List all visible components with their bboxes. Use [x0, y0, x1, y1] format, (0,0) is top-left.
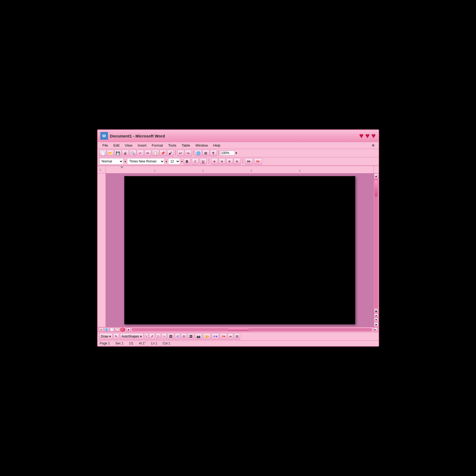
main-row: · · · · · · · · · · · · · [98, 173, 379, 327]
menu-tools[interactable]: Tools [166, 143, 179, 148]
reading-view-button[interactable] [120, 328, 125, 332]
title-bar: W Document1 - Microsoft Word ♥ ♥ ♥ [98, 130, 379, 142]
fill-color-button[interactable]: ◨▾ [203, 333, 211, 340]
paste-button[interactable]: 📌 [159, 150, 166, 156]
format-separator [209, 159, 209, 164]
diagram-button[interactable]: ⊙ [181, 333, 187, 340]
font-select[interactable]: Times New Roman [127, 158, 165, 165]
print-view-button[interactable]: 📄 [110, 328, 114, 332]
web-view-button[interactable]: 🌐 [104, 328, 109, 332]
menu-edit[interactable]: Edit [111, 143, 122, 148]
menu-file[interactable]: File [100, 143, 111, 148]
align-right-button[interactable]: ≡ [226, 158, 233, 165]
font-color-button[interactable]: A▾ [254, 158, 262, 165]
ruler-v-mark: · [101, 201, 102, 204]
ruler-v-mark: · [101, 217, 102, 220]
dash-style-button[interactable]: ⊟ [234, 333, 240, 340]
vertical-scrollbar: ▲ ◉ ▲ ▼ ▼ [374, 173, 379, 327]
save-button[interactable]: 💾 [114, 150, 121, 156]
copy-button[interactable]: 📋 [152, 150, 159, 156]
insert-image-button[interactable]: 📷 [195, 333, 202, 340]
rectangle-button[interactable]: □ [156, 333, 161, 340]
format-painter-button[interactable]: 🖌 [167, 150, 174, 156]
show-hide-button[interactable]: ¶ [210, 150, 217, 156]
align-center-button[interactable]: ≡ [219, 158, 226, 165]
open-button[interactable]: 📂 [107, 150, 114, 156]
highlight-color-button[interactable]: A▾ [245, 158, 253, 165]
ruler-mark-4: 4 [299, 169, 300, 172]
underline-button[interactable]: U [200, 158, 207, 165]
oval-button[interactable]: ○ [162, 333, 167, 340]
ruler-v-mark: · [101, 250, 102, 252]
normal-view-button[interactable]: ≡ [99, 328, 104, 332]
line-style-button[interactable]: ═ [228, 333, 233, 340]
title-bar-right: ♥ ♥ ♥ [359, 132, 376, 140]
font-color-draw-button[interactable]: A▾ [220, 333, 227, 340]
new-button[interactable]: 📄 [99, 150, 106, 156]
font-dropdown-icon[interactable]: ▾ [166, 160, 167, 163]
outline-view-button[interactable]: 📋 [115, 328, 120, 332]
word-window: W Document1 - Microsoft Word ♥ ♥ ♥ File … [97, 129, 379, 347]
zoom-value[interactable]: 100% [220, 151, 235, 155]
pointer-button[interactable]: ↖ [113, 333, 119, 340]
redo-button[interactable]: ↪ [185, 150, 192, 156]
standard-toolbar: 📄 📂 💾 🖨 🔍 ✓ ✂ 📋 📌 🖌 ↩ ↪ 🌐 ⊞ ¶ 100% ▾ [98, 149, 379, 157]
insert-picture-button[interactable]: 🖼 [168, 333, 174, 340]
undo-button[interactable]: ↩ [177, 150, 184, 156]
hscroll-track[interactable] [132, 328, 372, 331]
status-page: Page 1 [100, 341, 115, 345]
size-dropdown-icon[interactable]: ▾ [181, 160, 183, 163]
print-button[interactable]: 🖨 [122, 150, 129, 156]
menu-help[interactable]: Help [210, 143, 223, 148]
style-select[interactable]: Normal [99, 158, 123, 165]
hscroll-right-button[interactable]: ► [373, 328, 377, 332]
scroll-next-button[interactable]: ▼ [374, 318, 378, 322]
zoom-dropdown-icon[interactable]: ▾ [235, 151, 237, 155]
status-sec: Sec 1 [115, 341, 129, 345]
align-left-button[interactable]: ≡ [211, 158, 218, 165]
hscroll-thumb[interactable] [228, 328, 249, 331]
menu-table[interactable]: Table [179, 143, 193, 148]
hyperlink-button[interactable]: 🌐 [195, 150, 202, 156]
heart-icon-2: ♥ [365, 132, 370, 140]
line-button[interactable]: \ [144, 333, 148, 340]
font-size-select[interactable]: 12 [168, 158, 180, 165]
menu-format[interactable]: Format [149, 143, 165, 148]
scroll-prev-button[interactable]: ▲ [374, 314, 378, 317]
ruler-right-end [374, 166, 379, 173]
align-justify-button[interactable]: ≡ [234, 158, 241, 165]
zoom-control[interactable]: 100% ▾ [220, 151, 237, 155]
spell-check-button[interactable]: ✓ [137, 150, 144, 156]
document-page[interactable] [124, 176, 355, 324]
autoshapes-button[interactable]: AutoShapes ▾ [120, 333, 143, 340]
toolbar-separator-2 [193, 150, 194, 156]
ruler-mark-1: 1 [154, 169, 155, 172]
hscroll-left-button[interactable]: ◄ [126, 328, 130, 332]
insert-clipart-button[interactable]: 🖼 [188, 333, 194, 340]
scroll-up-button[interactable]: ▲ [374, 174, 378, 178]
ruler-indent-marker[interactable] [121, 166, 123, 169]
scroll-select-browse-button[interactable]: ◉ [374, 309, 378, 313]
ruler-v-mark: · [101, 185, 102, 188]
draw-menu-button[interactable]: Draw ▾ [99, 333, 112, 340]
style-dropdown-icon[interactable]: ▾ [125, 160, 126, 163]
menu-window[interactable]: Window [193, 143, 210, 148]
menu-insert[interactable]: Insert [135, 143, 149, 148]
table-button[interactable]: ⊞ [202, 150, 209, 156]
bold-button[interactable]: B [184, 158, 191, 165]
line-color-button[interactable]: ✏▾ [212, 333, 219, 340]
scroll-down-button[interactable]: ▼ [374, 322, 378, 327]
menu-view[interactable]: View [122, 143, 135, 148]
italic-button[interactable]: I [192, 158, 199, 165]
print-preview-button[interactable]: 🔍 [129, 150, 136, 156]
scroll-track[interactable] [374, 179, 378, 308]
close-button[interactable]: ✕ [370, 143, 376, 148]
ruler-content: 1 2 3 4 [106, 166, 374, 173]
insert-wordart-button[interactable]: A [175, 333, 180, 340]
heart-icon-3: ♥ [371, 132, 376, 140]
vertical-ruler: · · · · · · · · · · · · · [98, 173, 106, 327]
scroll-thumb[interactable] [375, 180, 378, 197]
cut-button[interactable]: ✂ [144, 150, 151, 156]
page-scroll-area[interactable] [106, 173, 374, 327]
arrow-button[interactable]: ↗ [149, 333, 155, 340]
